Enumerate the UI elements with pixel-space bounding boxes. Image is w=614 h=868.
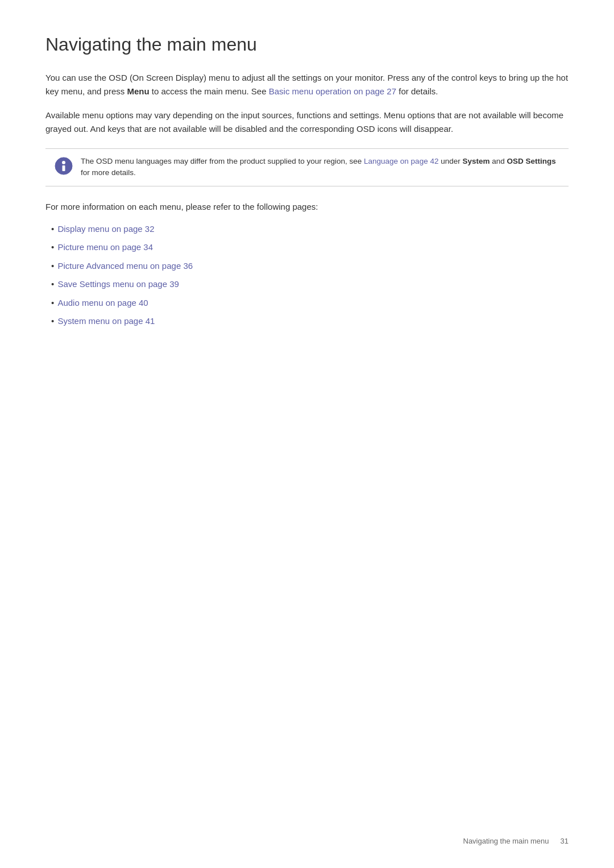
refer-text: For more information on each menu, pleas… (45, 200, 569, 214)
svg-point-1 (62, 161, 65, 164)
display-menu-link[interactable]: Display menu on page 32 (57, 224, 154, 234)
note-box: The OSD menu languages may differ from t… (45, 148, 569, 186)
note-text: The OSD menu languages may differ from t… (81, 156, 559, 179)
picture-menu-link[interactable]: Picture menu on page 34 (57, 242, 153, 252)
intro-paragraph-2: Available menu options may vary dependin… (45, 109, 569, 136)
save-settings-menu-link[interactable]: Save Settings menu on page 39 (57, 279, 179, 289)
system-menu-link[interactable]: System menu on page 41 (57, 316, 155, 326)
language-link[interactable]: Language on page 42 (364, 157, 438, 165)
page-container: Navigating the main menu You can use the… (0, 0, 614, 379)
footer-page-number: 31 (561, 837, 569, 845)
footer-label: Navigating the main menu (463, 837, 549, 845)
basic-menu-link[interactable]: Basic menu operation on page 27 (269, 86, 396, 96)
picture-advanced-menu-link[interactable]: Picture Advanced menu on page 36 (57, 261, 193, 271)
list-item: Picture Advanced menu on page 36 (51, 260, 569, 273)
list-item: Save Settings menu on page 39 (51, 278, 569, 291)
list-item: Audio menu on page 40 (51, 297, 569, 310)
list-item: Display menu on page 32 (51, 223, 569, 236)
page-title: Navigating the main menu (45, 34, 569, 55)
svg-rect-2 (63, 165, 65, 171)
audio-menu-link[interactable]: Audio menu on page 40 (57, 298, 148, 308)
list-item: Picture menu on page 34 (51, 241, 569, 254)
intro-paragraph-1: You can use the OSD (On Screen Display) … (45, 71, 569, 98)
list-item: System menu on page 41 (51, 315, 569, 328)
menu-links-list: Display menu on page 32 Picture menu on … (51, 223, 569, 328)
note-icon (55, 157, 73, 175)
page-footer: Navigating the main menu 31 (463, 837, 569, 845)
